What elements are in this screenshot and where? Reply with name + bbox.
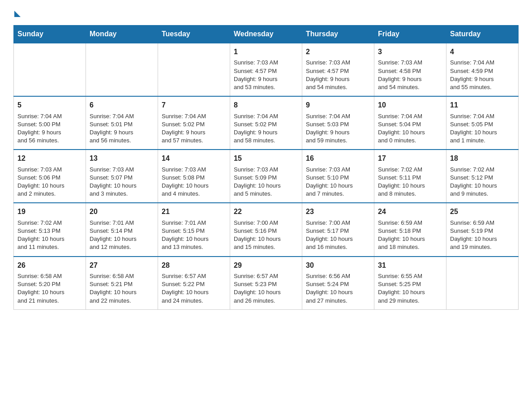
day-number: 29 (234, 261, 298, 270)
calendar-cell: 19Sunrise: 7:02 AM Sunset: 5:13 PM Dayli… (14, 203, 86, 256)
calendar-cell: 1Sunrise: 7:03 AM Sunset: 4:57 PM Daylig… (230, 43, 302, 96)
day-number: 4 (450, 47, 515, 57)
day-number: 10 (378, 100, 442, 110)
day-info: Sunrise: 7:02 AM Sunset: 5:12 PM Dayligh… (450, 166, 515, 198)
calendar-week-3: 12Sunrise: 7:03 AM Sunset: 5:06 PM Dayli… (14, 150, 519, 203)
calendar-cell: 6Sunrise: 7:04 AM Sunset: 5:01 PM Daylig… (86, 96, 158, 150)
day-info: Sunrise: 6:58 AM Sunset: 5:20 PM Dayligh… (17, 272, 82, 305)
day-info: Sunrise: 7:03 AM Sunset: 4:58 PM Dayligh… (378, 59, 442, 91)
calendar-cell: 4Sunrise: 7:04 AM Sunset: 4:59 PM Daylig… (446, 43, 519, 96)
calendar-cell: 29Sunrise: 6:57 AM Sunset: 5:23 PM Dayli… (230, 257, 302, 310)
calendar-cell: 23Sunrise: 7:00 AM Sunset: 5:17 PM Dayli… (302, 203, 374, 256)
day-info: Sunrise: 7:03 AM Sunset: 4:57 PM Dayligh… (306, 59, 370, 91)
day-number: 27 (90, 261, 154, 270)
calendar-cell: 16Sunrise: 7:03 AM Sunset: 5:10 PM Dayli… (302, 150, 374, 203)
day-info: Sunrise: 7:04 AM Sunset: 5:02 PM Dayligh… (162, 112, 226, 145)
calendar-table: SundayMondayTuesdayWednesdayThursdayFrid… (13, 25, 519, 310)
day-info: Sunrise: 7:00 AM Sunset: 5:16 PM Dayligh… (234, 219, 298, 252)
day-info: Sunrise: 7:03 AM Sunset: 5:10 PM Dayligh… (306, 166, 370, 198)
day-number: 19 (17, 207, 82, 217)
day-number: 9 (306, 100, 370, 110)
calendar-week-1: 1Sunrise: 7:03 AM Sunset: 4:57 PM Daylig… (14, 43, 519, 96)
day-number: 23 (306, 207, 370, 217)
calendar-cell (446, 257, 519, 310)
day-info: Sunrise: 6:57 AM Sunset: 5:23 PM Dayligh… (234, 272, 298, 305)
day-info: Sunrise: 6:58 AM Sunset: 5:21 PM Dayligh… (90, 272, 154, 305)
day-number: 14 (162, 154, 226, 163)
calendar-cell: 15Sunrise: 7:03 AM Sunset: 5:09 PM Dayli… (230, 150, 302, 203)
calendar-cell: 31Sunrise: 6:55 AM Sunset: 5:25 PM Dayli… (374, 257, 446, 310)
day-info: Sunrise: 7:04 AM Sunset: 5:02 PM Dayligh… (234, 112, 298, 145)
day-info: Sunrise: 6:59 AM Sunset: 5:19 PM Dayligh… (450, 219, 515, 252)
day-info: Sunrise: 7:03 AM Sunset: 5:06 PM Dayligh… (17, 166, 82, 198)
day-info: Sunrise: 7:02 AM Sunset: 5:11 PM Dayligh… (378, 166, 442, 198)
calendar-week-2: 5Sunrise: 7:04 AM Sunset: 5:00 PM Daylig… (14, 96, 519, 150)
day-number: 2 (306, 47, 370, 57)
column-header-sunday: Sunday (14, 26, 86, 43)
logo (13, 9, 21, 17)
day-info: Sunrise: 6:56 AM Sunset: 5:24 PM Dayligh… (306, 272, 370, 305)
calendar-cell: 20Sunrise: 7:01 AM Sunset: 5:14 PM Dayli… (86, 203, 158, 256)
day-number: 7 (162, 100, 226, 110)
calendar-cell: 8Sunrise: 7:04 AM Sunset: 5:02 PM Daylig… (230, 96, 302, 150)
day-info: Sunrise: 7:04 AM Sunset: 5:04 PM Dayligh… (378, 112, 442, 145)
calendar-cell: 11Sunrise: 7:04 AM Sunset: 5:05 PM Dayli… (446, 96, 519, 150)
day-info: Sunrise: 7:04 AM Sunset: 4:59 PM Dayligh… (450, 59, 515, 91)
day-info: Sunrise: 7:02 AM Sunset: 5:13 PM Dayligh… (17, 219, 82, 252)
column-header-wednesday: Wednesday (230, 26, 302, 43)
day-info: Sunrise: 7:01 AM Sunset: 5:14 PM Dayligh… (90, 219, 154, 252)
day-number: 28 (162, 261, 226, 270)
day-number: 16 (306, 154, 370, 163)
day-number: 6 (90, 100, 154, 110)
day-number: 12 (17, 154, 82, 163)
calendar-cell: 14Sunrise: 7:03 AM Sunset: 5:08 PM Dayli… (158, 150, 230, 203)
calendar-cell: 13Sunrise: 7:03 AM Sunset: 5:07 PM Dayli… (86, 150, 158, 203)
day-number: 1 (234, 47, 298, 57)
day-info: Sunrise: 7:03 AM Sunset: 5:08 PM Dayligh… (162, 166, 226, 198)
day-info: Sunrise: 6:57 AM Sunset: 5:22 PM Dayligh… (162, 272, 226, 305)
day-info: Sunrise: 6:55 AM Sunset: 5:25 PM Dayligh… (378, 272, 442, 305)
day-info: Sunrise: 7:04 AM Sunset: 5:01 PM Dayligh… (90, 112, 154, 145)
day-number: 20 (90, 207, 154, 217)
calendar-cell: 27Sunrise: 6:58 AM Sunset: 5:21 PM Dayli… (86, 257, 158, 310)
calendar-cell (86, 43, 158, 96)
calendar-cell: 7Sunrise: 7:04 AM Sunset: 5:02 PM Daylig… (158, 96, 230, 150)
calendar-cell: 24Sunrise: 6:59 AM Sunset: 5:18 PM Dayli… (374, 203, 446, 256)
day-number: 24 (378, 207, 442, 217)
day-number: 30 (306, 261, 370, 270)
calendar-cell: 18Sunrise: 7:02 AM Sunset: 5:12 PM Dayli… (446, 150, 519, 203)
calendar-week-5: 26Sunrise: 6:58 AM Sunset: 5:20 PM Dayli… (14, 257, 519, 310)
day-info: Sunrise: 7:04 AM Sunset: 5:03 PM Dayligh… (306, 112, 370, 145)
page-header (13, 9, 519, 17)
calendar-cell: 3Sunrise: 7:03 AM Sunset: 4:58 PM Daylig… (374, 43, 446, 96)
calendar-cell (158, 43, 230, 96)
day-number: 8 (234, 100, 298, 110)
calendar-cell: 22Sunrise: 7:00 AM Sunset: 5:16 PM Dayli… (230, 203, 302, 256)
calendar-cell: 5Sunrise: 7:04 AM Sunset: 5:00 PM Daylig… (14, 96, 86, 150)
calendar-cell: 10Sunrise: 7:04 AM Sunset: 5:04 PM Dayli… (374, 96, 446, 150)
day-number: 15 (234, 154, 298, 163)
calendar-cell: 21Sunrise: 7:01 AM Sunset: 5:15 PM Dayli… (158, 203, 230, 256)
day-number: 22 (234, 207, 298, 217)
day-number: 5 (17, 100, 82, 110)
calendar-cell: 28Sunrise: 6:57 AM Sunset: 5:22 PM Dayli… (158, 257, 230, 310)
column-header-saturday: Saturday (446, 26, 519, 43)
day-number: 17 (378, 154, 442, 163)
calendar-week-4: 19Sunrise: 7:02 AM Sunset: 5:13 PM Dayli… (14, 203, 519, 256)
calendar-cell: 25Sunrise: 6:59 AM Sunset: 5:19 PM Dayli… (446, 203, 519, 256)
calendar-cell (14, 43, 86, 96)
day-info: Sunrise: 7:01 AM Sunset: 5:15 PM Dayligh… (162, 219, 226, 252)
day-number: 13 (90, 154, 154, 163)
column-header-thursday: Thursday (302, 26, 374, 43)
day-info: Sunrise: 7:03 AM Sunset: 4:57 PM Dayligh… (234, 59, 298, 91)
column-header-monday: Monday (86, 26, 158, 43)
day-info: Sunrise: 7:04 AM Sunset: 5:05 PM Dayligh… (450, 112, 515, 145)
day-number: 25 (450, 207, 515, 217)
day-number: 18 (450, 154, 515, 163)
calendar-cell: 2Sunrise: 7:03 AM Sunset: 4:57 PM Daylig… (302, 43, 374, 96)
calendar-cell: 9Sunrise: 7:04 AM Sunset: 5:03 PM Daylig… (302, 96, 374, 150)
day-info: Sunrise: 6:59 AM Sunset: 5:18 PM Dayligh… (378, 219, 442, 252)
column-header-friday: Friday (374, 26, 446, 43)
logo-arrow-icon (14, 11, 21, 17)
day-number: 11 (450, 100, 515, 110)
